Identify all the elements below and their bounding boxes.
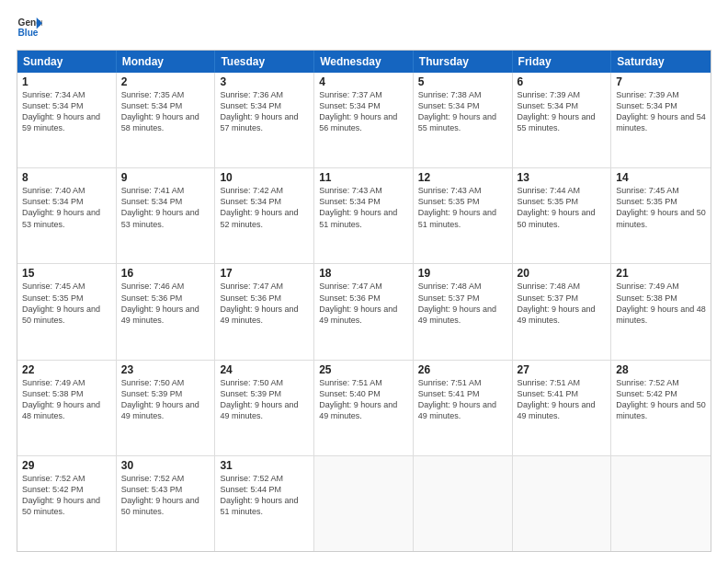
week-row-4: 22Sunrise: 7:49 AMSunset: 5:38 PMDayligh…	[17, 360, 711, 455]
day-number: 2	[121, 75, 210, 88]
day-4: 4Sunrise: 7:37 AMSunset: 5:34 PMDaylight…	[314, 73, 414, 167]
day-18: 18Sunrise: 7:47 AMSunset: 5:36 PMDayligh…	[314, 264, 414, 359]
day-25: 25Sunrise: 7:51 AMSunset: 5:40 PMDayligh…	[314, 361, 414, 455]
day-5: 5Sunrise: 7:38 AMSunset: 5:34 PMDaylight…	[414, 73, 513, 167]
day-15: 15Sunrise: 7:45 AMSunset: 5:35 PMDayligh…	[17, 264, 117, 359]
day-number: 27	[518, 363, 607, 376]
day-info: Sunrise: 7:51 AMSunset: 5:41 PMDaylight:…	[518, 377, 607, 422]
day-23: 23Sunrise: 7:50 AMSunset: 5:39 PMDayligh…	[117, 361, 216, 455]
day-info: Sunrise: 7:40 AMSunset: 5:34 PMDaylight:…	[22, 185, 111, 230]
day-number: 11	[319, 171, 408, 184]
day-info: Sunrise: 7:34 AMSunset: 5:34 PMDaylight:…	[22, 89, 111, 134]
day-11: 11Sunrise: 7:43 AMSunset: 5:34 PMDayligh…	[314, 168, 414, 263]
day-info: Sunrise: 7:46 AMSunset: 5:36 PMDaylight:…	[121, 281, 210, 326]
day-info: Sunrise: 7:43 AMSunset: 5:35 PMDaylight:…	[418, 185, 507, 230]
day-info: Sunrise: 7:36 AMSunset: 5:34 PMDaylight:…	[220, 89, 309, 134]
day-info: Sunrise: 7:49 AMSunset: 5:38 PMDaylight:…	[22, 377, 111, 422]
day-16: 16Sunrise: 7:46 AMSunset: 5:36 PMDayligh…	[117, 264, 216, 359]
day-number: 23	[121, 363, 210, 376]
day-31: 31Sunrise: 7:52 AMSunset: 5:44 PMDayligh…	[215, 456, 314, 551]
logo-icon: General Blue	[17, 15, 42, 40]
day-info: Sunrise: 7:52 AMSunset: 5:42 PMDaylight:…	[616, 377, 706, 422]
day-number: 9	[121, 171, 210, 184]
day-21: 21Sunrise: 7:49 AMSunset: 5:38 PMDayligh…	[611, 264, 711, 359]
day-number: 31	[220, 459, 309, 472]
day-10: 10Sunrise: 7:42 AMSunset: 5:34 PMDayligh…	[215, 168, 314, 263]
header-cell-tuesday: Tuesday	[215, 51, 314, 73]
day-number: 19	[418, 267, 507, 280]
header-cell-wednesday: Wednesday	[314, 51, 414, 73]
calendar-body: 1Sunrise: 7:34 AMSunset: 5:34 PMDaylight…	[17, 73, 711, 551]
day-info: Sunrise: 7:45 AMSunset: 5:35 PMDaylight:…	[616, 185, 706, 230]
header-cell-saturday: Saturday	[611, 51, 711, 73]
day-number: 7	[616, 75, 706, 88]
day-number: 12	[418, 171, 507, 184]
header-cell-friday: Friday	[513, 51, 612, 73]
day-7: 7Sunrise: 7:39 AMSunset: 5:34 PMDaylight…	[611, 73, 711, 167]
day-info: Sunrise: 7:52 AMSunset: 5:42 PMDaylight:…	[22, 473, 111, 518]
day-30: 30Sunrise: 7:52 AMSunset: 5:43 PMDayligh…	[117, 456, 216, 551]
day-12: 12Sunrise: 7:43 AMSunset: 5:35 PMDayligh…	[414, 168, 513, 263]
week-row-1: 1Sunrise: 7:34 AMSunset: 5:34 PMDaylight…	[17, 73, 711, 167]
week-row-5: 29Sunrise: 7:52 AMSunset: 5:42 PMDayligh…	[17, 455, 711, 551]
day-number: 30	[121, 459, 210, 472]
day-number: 18	[319, 267, 408, 280]
day-number: 20	[518, 267, 607, 280]
day-info: Sunrise: 7:39 AMSunset: 5:34 PMDaylight:…	[616, 89, 706, 134]
day-info: Sunrise: 7:42 AMSunset: 5:34 PMDaylight:…	[220, 185, 309, 230]
empty-day	[414, 456, 513, 551]
day-13: 13Sunrise: 7:44 AMSunset: 5:35 PMDayligh…	[513, 168, 612, 263]
day-number: 29	[22, 459, 111, 472]
day-3: 3Sunrise: 7:36 AMSunset: 5:34 PMDaylight…	[215, 73, 314, 167]
day-info: Sunrise: 7:51 AMSunset: 5:40 PMDaylight:…	[319, 377, 408, 422]
day-info: Sunrise: 7:35 AMSunset: 5:34 PMDaylight:…	[121, 89, 210, 134]
day-number: 15	[22, 267, 111, 280]
day-number: 17	[220, 267, 309, 280]
day-info: Sunrise: 7:41 AMSunset: 5:34 PMDaylight:…	[121, 185, 210, 230]
empty-day	[314, 456, 414, 551]
empty-day	[611, 456, 711, 551]
day-info: Sunrise: 7:43 AMSunset: 5:34 PMDaylight:…	[319, 185, 408, 230]
day-29: 29Sunrise: 7:52 AMSunset: 5:42 PMDayligh…	[17, 456, 117, 551]
day-28: 28Sunrise: 7:52 AMSunset: 5:42 PMDayligh…	[611, 361, 711, 455]
calendar: SundayMondayTuesdayWednesdayThursdayFrid…	[17, 50, 711, 552]
day-info: Sunrise: 7:48 AMSunset: 5:37 PMDaylight:…	[418, 281, 507, 326]
day-number: 24	[220, 363, 309, 376]
day-number: 26	[418, 363, 507, 376]
day-info: Sunrise: 7:50 AMSunset: 5:39 PMDaylight:…	[121, 377, 210, 422]
day-info: Sunrise: 7:50 AMSunset: 5:39 PMDaylight:…	[220, 377, 309, 422]
day-number: 3	[220, 75, 309, 88]
day-number: 21	[616, 267, 706, 280]
day-number: 4	[319, 75, 408, 88]
day-8: 8Sunrise: 7:40 AMSunset: 5:34 PMDaylight…	[17, 168, 117, 263]
day-info: Sunrise: 7:45 AMSunset: 5:35 PMDaylight:…	[22, 281, 111, 326]
empty-day	[513, 456, 612, 551]
day-6: 6Sunrise: 7:39 AMSunset: 5:34 PMDaylight…	[513, 73, 612, 167]
day-1: 1Sunrise: 7:34 AMSunset: 5:34 PMDaylight…	[17, 73, 117, 167]
day-info: Sunrise: 7:47 AMSunset: 5:36 PMDaylight:…	[220, 281, 309, 326]
day-number: 22	[22, 363, 111, 376]
svg-text:Blue: Blue	[18, 28, 39, 38]
day-number: 10	[220, 171, 309, 184]
day-26: 26Sunrise: 7:51 AMSunset: 5:41 PMDayligh…	[414, 361, 513, 455]
day-number: 13	[518, 171, 607, 184]
day-number: 8	[22, 171, 111, 184]
day-info: Sunrise: 7:52 AMSunset: 5:44 PMDaylight:…	[220, 473, 309, 518]
day-info: Sunrise: 7:51 AMSunset: 5:41 PMDaylight:…	[418, 377, 507, 422]
day-number: 6	[518, 75, 607, 88]
day-number: 16	[121, 267, 210, 280]
day-2: 2Sunrise: 7:35 AMSunset: 5:34 PMDaylight…	[117, 73, 216, 167]
header: General Blue	[17, 15, 711, 40]
week-row-3: 15Sunrise: 7:45 AMSunset: 5:35 PMDayligh…	[17, 263, 711, 359]
day-24: 24Sunrise: 7:50 AMSunset: 5:39 PMDayligh…	[215, 361, 314, 455]
day-info: Sunrise: 7:48 AMSunset: 5:37 PMDaylight:…	[518, 281, 607, 326]
week-row-2: 8Sunrise: 7:40 AMSunset: 5:34 PMDaylight…	[17, 167, 711, 263]
day-info: Sunrise: 7:39 AMSunset: 5:34 PMDaylight:…	[518, 89, 607, 134]
day-info: Sunrise: 7:47 AMSunset: 5:36 PMDaylight:…	[319, 281, 408, 326]
day-17: 17Sunrise: 7:47 AMSunset: 5:36 PMDayligh…	[215, 264, 314, 359]
day-14: 14Sunrise: 7:45 AMSunset: 5:35 PMDayligh…	[611, 168, 711, 263]
day-number: 14	[616, 171, 706, 184]
day-22: 22Sunrise: 7:49 AMSunset: 5:38 PMDayligh…	[17, 361, 117, 455]
day-19: 19Sunrise: 7:48 AMSunset: 5:37 PMDayligh…	[414, 264, 513, 359]
day-info: Sunrise: 7:44 AMSunset: 5:35 PMDaylight:…	[518, 185, 607, 230]
